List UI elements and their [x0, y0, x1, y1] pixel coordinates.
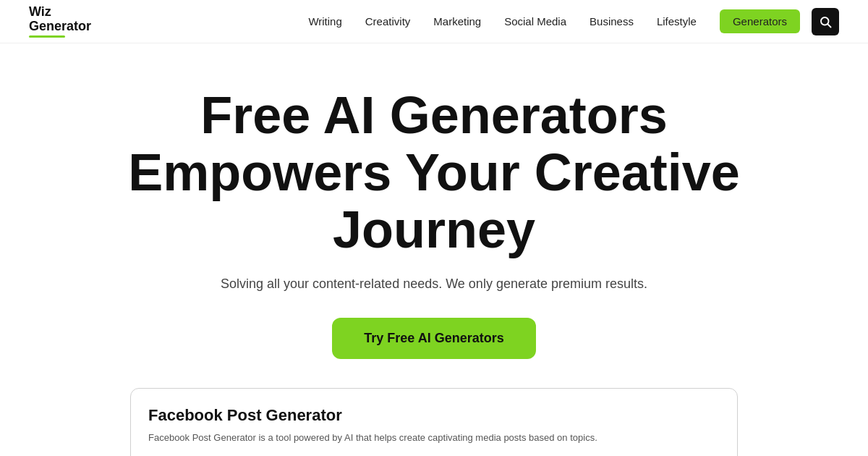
nav-item-social-media[interactable]: Social Media: [504, 15, 566, 28]
cta-button[interactable]: Try Free AI Generators: [332, 318, 535, 359]
logo-line2: Generator: [29, 20, 91, 34]
generators-button[interactable]: Generators: [720, 9, 800, 33]
logo-line1: Wiz: [29, 5, 91, 20]
nav-item-writing[interactable]: Writing: [308, 15, 341, 28]
logo[interactable]: Wiz Generator: [29, 5, 91, 38]
navbar: Wiz Generator Writing Creativity Marketi…: [0, 0, 868, 43]
demo-card-description: Facebook Post Generator is a tool powere…: [148, 432, 720, 443]
nav-link-lifestyle[interactable]: Lifestyle: [657, 15, 697, 28]
svg-line-1: [827, 24, 830, 27]
nav-link-social-media[interactable]: Social Media: [504, 15, 566, 28]
nav-item-lifestyle[interactable]: Lifestyle: [657, 15, 697, 28]
nav-links: Writing Creativity Marketing Social Medi…: [308, 15, 800, 28]
nav-item-creativity[interactable]: Creativity: [365, 15, 411, 28]
nav-link-writing[interactable]: Writing: [308, 15, 341, 28]
hero-section: Free AI Generators Empowers Your Creativ…: [0, 43, 868, 388]
hero-title: Free AI Generators Empowers Your Creativ…: [109, 87, 760, 259]
nav-link-marketing[interactable]: Marketing: [433, 15, 481, 28]
search-button[interactable]: [812, 8, 839, 35]
hero-subtitle: Solving all your content-related needs. …: [14, 276, 854, 292]
nav-link-business[interactable]: Business: [590, 15, 634, 28]
nav-item-generators[interactable]: Generators: [720, 15, 800, 28]
nav-link-creativity[interactable]: Creativity: [365, 15, 411, 28]
nav-item-marketing[interactable]: Marketing: [433, 15, 481, 28]
search-icon: [819, 15, 832, 28]
demo-card: Facebook Post Generator Facebook Post Ge…: [130, 388, 738, 456]
demo-card-title: Facebook Post Generator: [148, 406, 720, 425]
logo-underline: [29, 35, 65, 38]
nav-item-business[interactable]: Business: [590, 15, 634, 28]
